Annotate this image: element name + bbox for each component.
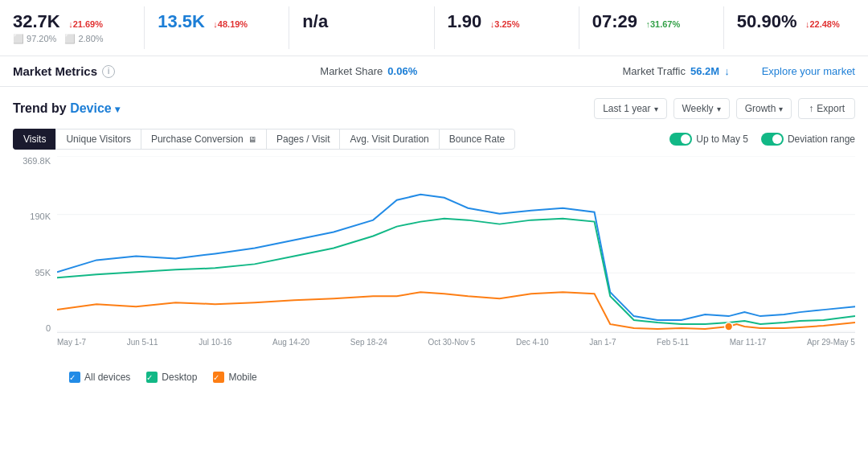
metric-chevron-icon: ▾ (779, 105, 783, 113)
chart-area: 369.8K 190K 95K 0 Visits (13, 156, 855, 365)
line-desktop (57, 219, 855, 324)
device-chevron-icon: ▾ (115, 104, 120, 115)
tab-pages-visit[interactable]: Pages / Visit (266, 129, 339, 150)
legend-box-desktop: ✓ (146, 372, 158, 383)
period-chevron-icon: ▾ (654, 105, 658, 113)
x-label-jul10: Jul 10-16 (199, 338, 231, 347)
stat-na-value: n/a (302, 11, 328, 31)
y-label-low: 95K (35, 268, 51, 277)
mobile-dot-feb (725, 323, 733, 331)
x-label-aug14: Aug 14-20 (272, 338, 309, 347)
y-label-top: 369.8K (23, 156, 51, 166)
stat-pages-change: ↓3.25% (490, 19, 520, 29)
stat-visits-sub: ⬜ 97.20%⬜ 2.80% (13, 34, 131, 44)
tab-visits[interactable]: Visits (13, 129, 55, 150)
line-all-devices (57, 195, 855, 320)
export-button[interactable]: ↑ Export (798, 98, 855, 119)
traffic-arrow-icon: ↓ (724, 65, 730, 77)
legend-box-all-devices: ✓ (69, 372, 80, 383)
tabs-row: Visits Unique Visitors Purchase Conversi… (13, 129, 855, 150)
x-label-feb5: Feb 5-11 (657, 338, 689, 347)
stat-duration: 07:29 ↑31.67% (579, 6, 724, 49)
x-label-sep18: Sep 18-24 (350, 338, 387, 347)
stat-bounce-change: ↓22.48% (805, 19, 840, 29)
legend-mobile: ✓ Mobile (213, 372, 256, 383)
stat-unique-visitors: 13.5K ↓48.19% (145, 6, 289, 49)
market-traffic-info: Market Traffic 56.2M ↓ (623, 65, 730, 77)
toggle-group: Up to May 5 Deviation range (669, 133, 855, 146)
y-label-mid: 190K (30, 212, 51, 221)
toggle-up-to-may5-switch[interactable] (669, 133, 692, 146)
x-label-oct30: Oct 30-Nov 5 (428, 338, 475, 347)
legend-all-devices: ✓ All devices (69, 372, 130, 383)
stat-duration-value: 07:29 (592, 11, 637, 31)
toggle-up-to-may5-label: Up to May 5 (696, 134, 748, 145)
x-label-jan1: Jan 1-7 (589, 338, 616, 347)
tab-purchase-conversion[interactable]: Purchase Conversion 🖥 (141, 129, 266, 150)
stat-duration-change: ↑31.67% (645, 19, 680, 29)
legend-box-mobile: ✓ (213, 372, 224, 383)
trend-title: Trend by Device ▾ (13, 101, 120, 116)
frequency-dropdown[interactable]: Weekly ▾ (674, 98, 730, 119)
legend-all-devices-label: All devices (84, 372, 130, 383)
stat-uv-value: 13.5K (158, 11, 205, 31)
legend-mobile-label: Mobile (228, 372, 256, 383)
x-label-may1: May 1-7 (57, 338, 86, 347)
line-mobile (57, 292, 855, 329)
chart-svg-container: Visits (57, 156, 855, 333)
toggle-up-to-may5: Up to May 5 (669, 133, 748, 146)
trend-header: Trend by Device ▾ Last 1 year ▾ Weekly ▾… (13, 98, 855, 119)
stat-bounce-value: 50.90% (737, 11, 797, 31)
stat-visits: 32.7K ↓21.69% ⬜ 97.20%⬜ 2.80% (0, 6, 145, 49)
trend-controls: Last 1 year ▾ Weekly ▾ Growth ▾ ↑ Export (594, 98, 855, 119)
stat-uv-change: ↓48.19% (213, 19, 248, 29)
stat-pages-value: 1.90 (448, 11, 482, 31)
legend-row: ✓ All devices ✓ Desktop ✓ Mobile (13, 365, 855, 392)
market-share-info: Market Share 0.06% (320, 65, 417, 77)
stat-pages: 1.90 ↓3.25% (435, 6, 579, 49)
explore-market-link[interactable]: Explore your market (762, 65, 855, 77)
toggle-deviation-range: Deviation range (761, 133, 855, 146)
metric-tabs: Visits Unique Visitors Purchase Conversi… (13, 129, 515, 150)
check-icon-desktop: ✓ (146, 373, 153, 382)
chart-svg: Visits (57, 156, 855, 332)
chart-y-labels: 369.8K 190K 95K 0 (13, 156, 57, 333)
legend-desktop: ✓ Desktop (146, 372, 197, 383)
device-dropdown-trigger[interactable]: Device (70, 101, 112, 115)
x-label-dec4: Dec 4-10 (516, 338, 549, 347)
tab-unique-visitors[interactable]: Unique Visitors (55, 129, 140, 150)
stat-visits-value: 32.7K (13, 11, 60, 31)
desktop-icon: 🖥 (248, 135, 256, 144)
y-label-zero: 0 (46, 323, 51, 333)
x-label-mar11: Mar 11-17 (730, 338, 767, 347)
metric-dropdown[interactable]: Growth ▾ (736, 98, 792, 119)
x-label-jun5: Jun 5-11 (127, 338, 158, 347)
stat-bounce: 50.90% ↓22.48% (724, 6, 868, 49)
toggle-deviation-switch[interactable] (761, 133, 784, 146)
stat-visits-change: ↓21.69% (68, 19, 103, 29)
market-info-icon[interactable]: i (102, 65, 115, 78)
tab-avg-visit-duration[interactable]: Avg. Visit Duration (339, 129, 438, 150)
tab-bounce-rate[interactable]: Bounce Rate (439, 129, 515, 150)
legend-desktop-label: Desktop (162, 372, 197, 383)
market-metrics-title: Market Metrics i (13, 64, 115, 78)
export-icon: ↑ (809, 103, 813, 114)
market-bar: Market Metrics i Market Share 0.06% Mark… (0, 56, 868, 87)
check-icon-all-devices: ✓ (69, 373, 76, 382)
period-dropdown[interactable]: Last 1 year ▾ (594, 98, 666, 119)
frequency-chevron-icon: ▾ (717, 105, 721, 113)
stats-bar: 32.7K ↓21.69% ⬜ 97.20%⬜ 2.80% 13.5K ↓48.… (0, 0, 868, 56)
trend-section: Trend by Device ▾ Last 1 year ▾ Weekly ▾… (0, 87, 868, 392)
x-label-apr29: Apr 29-May 5 (807, 338, 855, 347)
chart-x-labels: May 1-7 Jun 5-11 Jul 10-16 Aug 14-20 Sep… (57, 333, 855, 365)
stat-na: n/a (289, 6, 434, 49)
check-icon-mobile: ✓ (213, 373, 219, 382)
toggle-deviation-label: Deviation range (788, 134, 855, 145)
